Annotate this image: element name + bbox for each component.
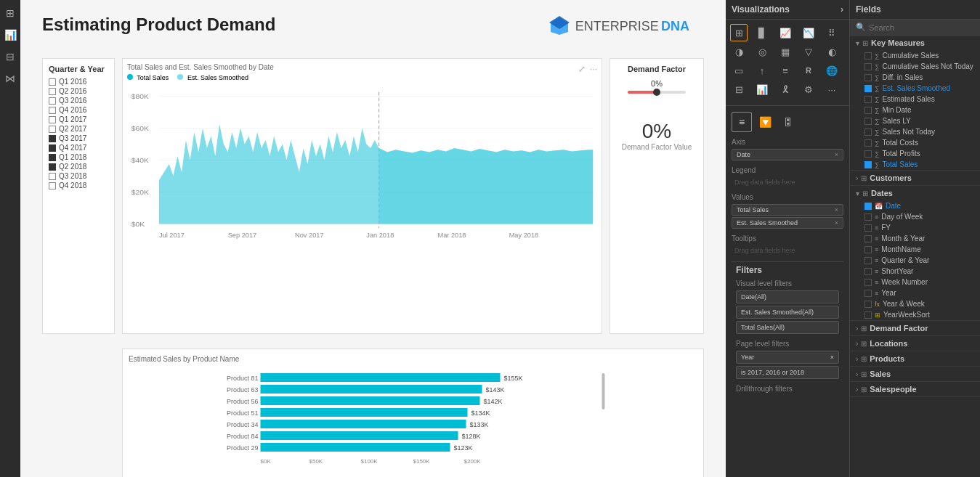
viz-icon-r[interactable]: R (800, 62, 817, 79)
field-icon: ≡ (875, 213, 878, 221)
field-min-date[interactable]: ∑ Min Date (850, 105, 980, 115)
field-date[interactable]: 📅 Date (850, 200, 980, 211)
field-year[interactable]: ≡ Year (850, 288, 980, 298)
field-cumulative-sales-not-today[interactable]: ∑ Cumulative Sales Not Today (850, 61, 980, 72)
svg-rect-33 (261, 431, 458, 440)
filter-year[interactable]: Year × (736, 351, 839, 364)
filter-est-sales-all[interactable]: Est. Sales Smoothed(All) (736, 306, 839, 319)
viz-icon-donut[interactable]: ◎ (753, 43, 771, 60)
filter-item-q1-2018[interactable]: Q1 2018 (49, 153, 108, 161)
viz-format-icon[interactable]: 🔽 (755, 112, 775, 132)
viz-icon-pie[interactable]: ◑ (730, 43, 748, 60)
viz-icon-custom1[interactable]: ⚙ (800, 81, 817, 98)
field-check (864, 257, 872, 264)
filter-item-q4-2017[interactable]: Q4 2017 (49, 144, 108, 152)
viz-analytics-icon[interactable]: 🎛 (778, 112, 798, 132)
filter-year-value[interactable]: is 2017, 2016 or 2018 (736, 366, 839, 379)
field-check (864, 139, 872, 147)
field-est-sales-smoothed[interactable]: ∑ Est. Sales Smoothed (850, 83, 980, 94)
filter-item-q3-2017[interactable]: Q3 2017 (49, 134, 108, 142)
viz-icon-funnel[interactable]: ▽ (800, 43, 817, 60)
field-shortyear[interactable]: ≡ ShortYear (850, 266, 980, 277)
fields-group-products-header[interactable]: › ⊞ Products (850, 351, 980, 366)
viz-panel-expand-icon[interactable]: › (841, 4, 843, 15)
fields-search-input[interactable] (869, 23, 974, 32)
viz-icon-gauge[interactable]: ◐ (823, 43, 841, 60)
viz-icon-line[interactable]: 📈 (777, 24, 794, 41)
viz-icon-card[interactable]: ▭ (730, 62, 748, 79)
line-chart-title: Total Sales and Est. Sales Smoothed by D… (127, 63, 274, 71)
filter-item-q3-2018[interactable]: Q3 2018 (49, 172, 108, 180)
field-week-number[interactable]: ≡ Week Number (850, 277, 980, 288)
svg-text:Product 84: Product 84 (227, 433, 259, 440)
filters-section: Filters Visual level filters Date(All) E… (732, 265, 843, 393)
viz-icon-more[interactable]: ··· (823, 81, 841, 98)
field-quarter-year[interactable]: ≡ Quarter & Year (850, 255, 980, 266)
fields-search-bar: 🔍 (850, 20, 980, 36)
demand-slider[interactable] (628, 91, 686, 94)
fields-group-dates-header[interactable]: ▾ ⊞ Dates (850, 186, 980, 200)
values-est-sales-tag[interactable]: Est. Sales Smoothed × (732, 217, 843, 229)
filter-total-sales-all[interactable]: Total Sales(All) (736, 321, 839, 334)
viz-icon-slicer[interactable]: ≡ (777, 62, 794, 79)
field-month-year[interactable]: ≡ Month & Year (850, 233, 980, 244)
field-diff-in-sales[interactable]: ∑ Diff. in Sales (850, 72, 980, 83)
chart-expand-icon[interactable]: ⤢ (578, 64, 586, 74)
field-estimated-sales[interactable]: ∑ Estimated Sales (850, 94, 980, 105)
field-label: Diff. in Sales (882, 73, 923, 81)
field-monthname[interactable]: ≡ MonthName (850, 244, 980, 255)
filter-item-q2-2016[interactable]: Q2 2016 (49, 87, 108, 95)
svg-text:$20K: $20K (131, 188, 149, 196)
line-chart-svg: $80K $60K $40K $20K $0K (127, 84, 597, 244)
filter-item-q2-2018[interactable]: Q2 2018 (49, 163, 108, 171)
filter-date-all[interactable]: Date(All) (736, 290, 839, 303)
filter-item-q2-2017[interactable]: Q2 2017 (49, 125, 108, 133)
filter-item-q4-2018[interactable]: Q4 2018 (49, 182, 108, 189)
filter-item-q1-2016[interactable]: Q1 2016 (49, 78, 108, 86)
viz-icon-treemap[interactable]: ▦ (777, 43, 794, 60)
filter-item-q4-2016[interactable]: Q4 2016 (49, 106, 108, 114)
field-label: Year & Week (883, 300, 925, 308)
fields-group-customers-header[interactable]: › ⊞ Customers (850, 171, 980, 185)
field-label: YearWeekSort (883, 311, 930, 319)
fields-group-locations-header[interactable]: › ⊞ Locations (850, 336, 980, 351)
viz-icon-kpi[interactable]: ↑ (753, 62, 771, 79)
fields-group-demand-factor-header[interactable]: › ⊞ Demand Factor (850, 321, 980, 335)
viz-icon-ribbon[interactable]: 🎗 (777, 81, 794, 98)
viz-icon-matrix[interactable]: ⊟ (730, 81, 748, 98)
home-icon[interactable]: ⊞ (3, 6, 17, 20)
viz-fields-icon[interactable]: ≡ (732, 112, 752, 132)
field-sales-not-today[interactable]: ∑ Sales Not Today (850, 126, 980, 137)
viz-icon-table[interactable]: ⊞ (730, 24, 748, 41)
field-year-week[interactable]: fx Year & Week (850, 298, 980, 309)
viz-icon-scatter[interactable]: ⠿ (823, 24, 841, 41)
field-day-of-week[interactable]: ≡ Day of Week (850, 211, 980, 222)
viz-icon-bar[interactable]: ▊ (753, 24, 771, 41)
values-total-sales-tag[interactable]: Total Sales × (732, 204, 843, 216)
svg-text:$0K: $0K (131, 220, 145, 228)
filter-item-q3-2016[interactable]: Q3 2016 (49, 97, 108, 105)
fields-group-key-measures-header[interactable]: ▾ ⊞ Key Measures (850, 36, 980, 50)
filter-item-q1-2017[interactable]: Q1 2017 (49, 115, 108, 123)
field-total-costs[interactable]: ∑ Total Costs (850, 137, 980, 148)
viz-icon-waterfall[interactable]: 📊 (753, 81, 771, 98)
values-label: Values (732, 193, 843, 201)
field-total-sales[interactable]: ∑ Total Sales (850, 159, 980, 170)
field-total-profits[interactable]: ∑ Total Profits (850, 148, 980, 159)
field-fy[interactable]: ≡ FY (850, 222, 980, 233)
field-sales-ly[interactable]: ∑ Sales LY (850, 115, 980, 126)
viz-icon-globe[interactable]: 🌐 (823, 62, 841, 79)
viz-icon-area[interactable]: 📉 (800, 24, 817, 41)
chart-more-icon[interactable]: ··· (590, 64, 597, 74)
data-icon[interactable]: ⊟ (3, 49, 17, 64)
field-yearweeksort[interactable]: ⊞ YearWeekSort (850, 309, 980, 320)
fields-group-salespeople-header[interactable]: › ⊞ Salespeople (850, 382, 980, 396)
table-icon: ⊞ (861, 355, 867, 363)
fields-group-sales-header[interactable]: › ⊞ Sales (850, 367, 980, 381)
model-icon[interactable]: ⋈ (3, 71, 17, 86)
field-cumulative-sales[interactable]: ∑ Cumulative Sales (850, 50, 980, 61)
logo: ENTERPRISE DNA (548, 15, 689, 38)
field-label: Est. Sales Smoothed (882, 84, 949, 92)
report-icon[interactable]: 📊 (3, 28, 17, 42)
axis-date-tag[interactable]: Date × (732, 149, 843, 160)
